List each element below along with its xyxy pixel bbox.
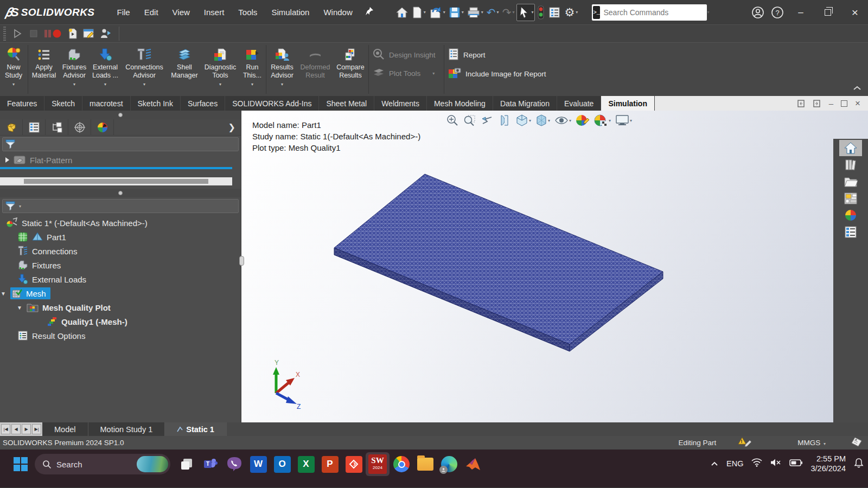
task-view-icon[interactable] [175,452,199,476]
tab-surfaces[interactable]: Surfaces [181,96,225,111]
home-button[interactable] [394,5,410,20]
tab-solidworks-add-ins[interactable]: SOLIDWORKS Add-Ins [225,96,319,111]
previous-view-icon[interactable] [480,113,495,128]
toolbar-drag-handle[interactable] [3,27,6,41]
compare-results-button[interactable]: ? Compare Results [333,43,368,96]
design-library-icon[interactable] [839,157,862,173]
word-icon[interactable]: W [246,452,270,476]
account-icon[interactable] [750,4,766,21]
minimize-button[interactable]: – [789,2,813,23]
macro-run-icon[interactable] [10,27,24,40]
tab-evaluate[interactable]: Evaluate [557,96,601,111]
dimxpertmanager-tab-icon[interactable] [68,119,91,135]
connections-advisor-button[interactable]: Connections Advisor ▾ [121,43,168,96]
settings-dropdown[interactable]: ▾ [576,10,578,15]
macro-custom-icon[interactable] [98,27,112,40]
appearances-scenes-icon[interactable] [839,207,862,223]
outlook-icon[interactable]: O [270,452,294,476]
file-explorer-taskbar-icon[interactable] [413,452,437,476]
tab-data-migration[interactable]: Data Migration [493,96,557,111]
clock[interactable]: 2:55 PM 3/26/2024 [810,454,846,473]
select-dropdown[interactable]: ▾ [531,10,533,15]
external-loads-node[interactable]: External Loads [0,272,241,286]
tab-features[interactable]: Features [0,96,44,111]
zoom-to-area-icon[interactable] [462,113,477,128]
expand-arrow-icon[interactable] [5,157,9,163]
restore-button[interactable] [816,2,840,23]
language-indicator[interactable]: ENG [726,459,743,468]
taskbar-search[interactable]: Search [35,454,170,474]
tree-horizontal-scrollbar[interactable] [0,177,232,185]
rebuild-trafficlight-button[interactable] [536,4,546,21]
tag-icon[interactable] [850,436,863,449]
feature-tree-filter[interactable] [2,137,239,151]
matlab-icon[interactable] [461,452,485,476]
tab-macrotest[interactable]: macrotest [82,96,130,111]
diagnostic-tools-dropdown[interactable]: ▾ [219,82,221,86]
doc-minimize-icon[interactable]: – [829,99,833,108]
macro-edit-icon[interactable] [82,27,96,40]
hide-show-items-icon[interactable]: ▾ [553,113,572,128]
tab-scroll-last[interactable]: ▶| [32,424,41,434]
panel-vertical-splitter-handle[interactable] [239,256,244,266]
flat-pattern-node[interactable]: Flat-Pattern [0,153,241,167]
connections-node[interactable]: Connections [0,244,241,258]
units-dropdown[interactable]: ▾ [824,441,826,446]
print-dropdown[interactable]: ▾ [481,10,483,15]
filter-dropdown[interactable]: ▾ [19,204,21,209]
excel-icon[interactable]: X [294,452,318,476]
open-button[interactable]: ▾ [428,5,446,20]
tab-weldments[interactable]: Weldments [374,96,427,111]
meshed-part-plate[interactable] [323,165,681,360]
close-button[interactable]: × [843,2,867,23]
redo-button[interactable]: ↷ ▾ [501,5,516,20]
custom-properties-icon[interactable] [839,224,862,240]
settings-gear-button[interactable]: ⚙ ▾ [563,5,579,20]
viber-icon[interactable] [222,452,246,476]
run-this-button[interactable]: Run This... ▾ [239,43,265,96]
battery-icon[interactable] [789,459,802,468]
new-study-dropdown[interactable]: ▾ [12,82,15,86]
edit-appearance-icon[interactable] [575,113,591,128]
search-scope-dropdown[interactable]: ▾ [707,10,709,15]
undo-button[interactable]: ↶ ▾ [486,5,500,20]
tab-scroll-first[interactable]: |◀ [1,424,10,434]
results-advisor-button[interactable]: Results Advisor ▾ [267,43,297,96]
macro-pause-record-icon[interactable] [43,27,63,40]
tab-simulation[interactable]: Simulation [601,96,655,111]
static1-tab[interactable]: Static 1 [165,422,227,436]
tab-mesh-modeling[interactable]: Mesh Modeling [427,96,493,111]
panel-splitter-top[interactable] [0,111,241,119]
fixtures-node[interactable]: Fixtures [0,258,241,272]
graphics-viewport[interactable]: Model name: Part1 Study name: Static 1(-… [241,111,868,422]
run-this-dropdown[interactable]: ▾ [251,82,253,86]
displaymanager-tab-icon[interactable] [91,119,114,135]
view-settings-icon[interactable]: ▾ [614,113,633,128]
tab-sketch-ink[interactable]: Sketch Ink [131,96,181,111]
red-diamond-app-icon[interactable] [342,452,366,476]
external-loads-dropdown[interactable]: ▾ [104,82,106,86]
ribbon-collapse-chevron[interactable] [853,83,861,93]
panel-expand-chevron[interactable]: ❯ [228,119,241,135]
help-icon[interactable]: ? [769,4,786,21]
results-advisor-dropdown[interactable]: ▾ [281,82,283,86]
menu-window[interactable]: Window [316,4,359,20]
menu-insert[interactable]: Insert [197,4,232,20]
open-dropdown[interactable]: ▾ [443,10,445,15]
doc-close-icon[interactable]: × [855,98,860,109]
tab-sheet-metal[interactable]: Sheet Metal [319,96,374,111]
featuremanager-tab-icon[interactable] [0,119,23,135]
save-dropdown[interactable]: ▾ [462,10,464,15]
result-options-node[interactable]: Result Options [0,329,241,343]
display-style-icon[interactable]: ▾ [534,113,551,128]
taskpane-home-icon[interactable] [839,140,862,156]
solidworks-taskbar-icon[interactable]: SW 2024 [366,452,390,476]
powerpoint-icon[interactable]: P [318,452,342,476]
pane-left-icon[interactable] [797,100,806,107]
mesh-node[interactable]: ▼ Mesh [0,286,241,300]
edge-icon[interactable] [437,452,461,476]
mesh-collapse-caret[interactable]: ▼ [0,291,7,297]
command-search[interactable]: >_ ▾ [592,4,707,21]
pin-menu-icon[interactable] [365,7,374,18]
propertymanager-tab-icon[interactable] [23,119,46,135]
